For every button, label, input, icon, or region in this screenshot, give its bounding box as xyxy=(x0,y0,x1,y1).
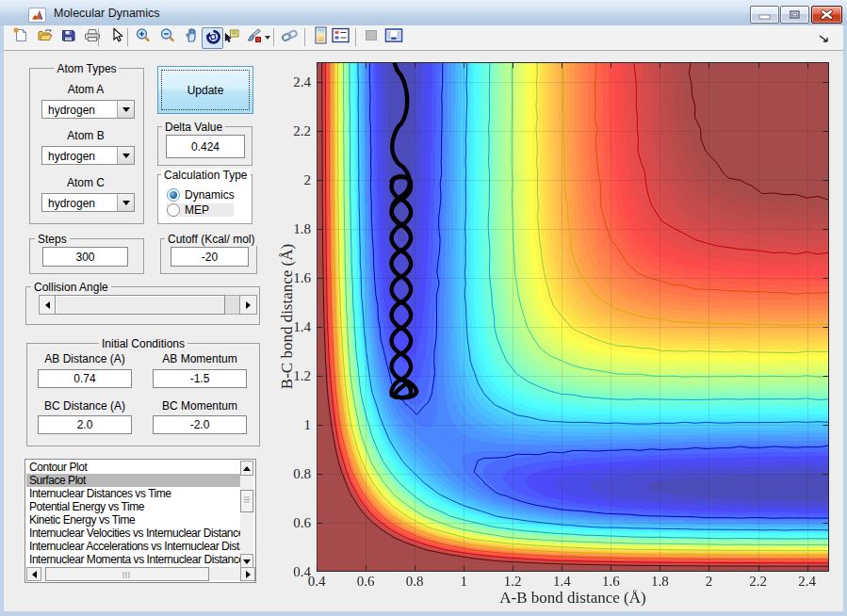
list-item[interactable]: Contour Plot xyxy=(26,461,244,474)
bc-momentum-label: BC Momentum xyxy=(153,399,247,413)
thumb-grip-icon xyxy=(46,569,208,581)
atom-b-dropdown[interactable]: hydrogen xyxy=(41,146,135,165)
list-item[interactable]: Internuclear Accelerations vs Internucle… xyxy=(26,540,244,553)
left-arrow-icon xyxy=(41,301,50,309)
list-item[interactable]: Internuclear Velocities vs Internuclear … xyxy=(26,527,244,540)
new-icon xyxy=(13,27,29,47)
list-item[interactable]: Kinetic Energy vs Time xyxy=(26,513,244,527)
x-tick-label: 2 xyxy=(690,574,727,590)
plot-type-listbox[interactable]: Contour PlotSurface PlotInternuclear Dis… xyxy=(24,459,256,583)
colorbar-icon xyxy=(315,26,327,48)
hide-plot-tools-button[interactable] xyxy=(362,27,382,47)
show-plot-tools-button[interactable] xyxy=(383,27,403,47)
open-icon xyxy=(37,27,54,47)
ab-momentum-field[interactable]: -1.5 xyxy=(153,369,247,388)
x-tick-label: 1 xyxy=(445,574,482,590)
radio-circle-icon xyxy=(167,188,180,202)
right-arrow-icon xyxy=(246,301,254,309)
listbox-vscrollbar[interactable] xyxy=(240,461,253,567)
vscroll-thumb[interactable] xyxy=(240,490,253,512)
radio-label: MEP xyxy=(185,203,209,217)
hscroll-right-button[interactable] xyxy=(240,567,255,581)
toolbar-separator xyxy=(355,28,356,46)
list-item[interactable]: Potential Energy vs Time xyxy=(26,500,244,513)
radio-dynamics[interactable]: Dynamics xyxy=(167,188,235,202)
close-button[interactable] xyxy=(811,6,842,24)
open-file-button[interactable] xyxy=(35,27,55,47)
field-value: -2.0 xyxy=(190,418,210,431)
insert-legend-button[interactable] xyxy=(331,27,350,47)
atom-a-dropdown[interactable]: hydrogen xyxy=(41,100,135,119)
dropdown-value: hydrogen xyxy=(48,197,95,210)
toolbar-overflow-icon[interactable] xyxy=(819,35,830,44)
hscroll-left-button[interactable] xyxy=(26,567,41,581)
datacursor-icon xyxy=(223,27,240,48)
zoomout-icon xyxy=(159,27,176,48)
field-value: 0.74 xyxy=(73,372,95,385)
x-tick-label: 0.6 xyxy=(347,574,384,590)
dropdown-value: hydrogen xyxy=(48,104,95,117)
brush-icon xyxy=(246,27,263,48)
atom-b-label: Atom B xyxy=(29,129,142,142)
list-item[interactable]: Surface Plot xyxy=(26,474,244,487)
hscroll-thumb[interactable] xyxy=(45,567,209,581)
save-figure-button[interactable] xyxy=(58,27,78,47)
restore-icon xyxy=(781,7,808,23)
pan-button[interactable] xyxy=(182,27,202,47)
insert-colorbar-button[interactable] xyxy=(311,27,331,47)
title-bar[interactable]: Molecular Dynamics xyxy=(0,0,847,25)
bc-distance-field[interactable]: 2.0 xyxy=(38,415,132,434)
dropdown-arrow-icon[interactable] xyxy=(117,147,134,164)
cutoff-field[interactable]: -20 xyxy=(171,247,249,267)
new-figure-button[interactable] xyxy=(11,27,31,47)
steps-field[interactable]: 300 xyxy=(42,247,128,267)
zoom-out-button[interactable] xyxy=(157,27,177,47)
minimize-button[interactable] xyxy=(750,6,779,24)
initial-conditions-title: Initial Conditions xyxy=(99,337,187,350)
right-arrow-icon xyxy=(246,571,254,578)
toolbar-separator xyxy=(127,28,128,46)
brush-data-button[interactable] xyxy=(244,27,264,47)
list-item[interactable]: Internuclear Momenta vs Internuclear Dis… xyxy=(26,553,244,566)
vscroll-up-button[interactable] xyxy=(240,461,253,476)
list-item[interactable]: Internuclear Distances vs Time xyxy=(26,487,244,500)
window-border-bottom xyxy=(0,611,847,616)
slider-right-button[interactable] xyxy=(239,295,257,315)
pes-contour-plot[interactable] xyxy=(317,62,829,572)
atom-c-dropdown[interactable]: hydrogen xyxy=(41,193,135,212)
data-cursor-button[interactable] xyxy=(221,27,241,47)
radio-mep[interactable]: MEP xyxy=(167,203,234,217)
update-button[interactable]: Update xyxy=(157,66,253,114)
y-tick-label: 2 xyxy=(269,172,312,188)
close-icon xyxy=(812,7,841,23)
field-value: -1.5 xyxy=(190,372,210,385)
toolbar-separator xyxy=(304,28,305,46)
focus-outline xyxy=(161,70,250,110)
edit-plot-button[interactable] xyxy=(107,27,127,47)
x-tick-label: 1.6 xyxy=(592,574,629,590)
atom-a-label: Atom A xyxy=(29,83,142,96)
rotate-3d-button[interactable] xyxy=(202,27,223,49)
steps-title: Steps xyxy=(35,233,70,246)
delta-value-field[interactable]: 0.424 xyxy=(166,135,245,158)
field-value: 2.0 xyxy=(77,418,93,431)
toolbar-separator xyxy=(273,28,274,46)
bc-momentum-field[interactable]: -2.0 xyxy=(153,415,247,434)
window-title: Molecular Dynamics xyxy=(54,7,160,20)
dropdown-arrow-icon[interactable] xyxy=(117,101,134,118)
dropdown-caret-icon[interactable] xyxy=(265,36,270,42)
save-icon xyxy=(60,27,76,47)
listbox-hscrollbar[interactable] xyxy=(26,567,253,580)
dropdown-arrow-icon[interactable] xyxy=(117,194,134,211)
up-arrow-icon xyxy=(243,462,251,471)
link-icon xyxy=(281,27,299,47)
matlab-app-icon xyxy=(28,8,46,23)
cursor-icon xyxy=(109,27,125,47)
zoom-in-button[interactable] xyxy=(133,27,153,47)
ab-distance-field[interactable]: 0.74 xyxy=(38,369,132,388)
slider-thumb[interactable] xyxy=(55,295,225,315)
x-axis-label: A-B bond distance (Å) xyxy=(317,589,829,608)
link-plot-button[interactable] xyxy=(280,27,300,47)
restore-button[interactable] xyxy=(780,6,809,24)
thumb-grip-icon xyxy=(241,491,252,510)
